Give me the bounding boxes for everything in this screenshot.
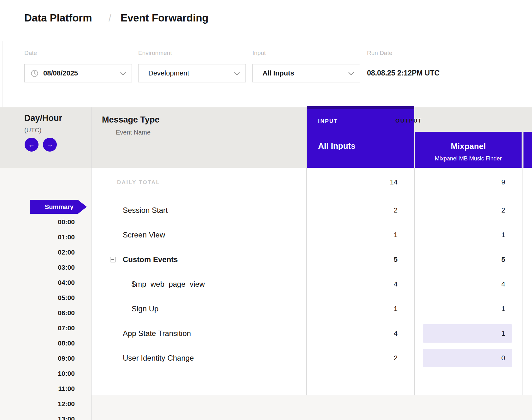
hour-item[interactable]: 06:00 [0, 309, 75, 317]
utc-label: (UTC) [24, 127, 41, 134]
date-filter-value: 08/08/2025 [43, 69, 78, 77]
breadcrumb-bar: Data Platform / Event Forwarding [0, 0, 532, 41]
event-rows: Session Start22Screen View11Custom Event… [0, 198, 532, 370]
collapse-minus-icon[interactable] [110, 257, 116, 262]
input-count-cell: 2 [307, 346, 398, 370]
output-count-cell: 2 [415, 198, 505, 223]
input-column-accent-strip [307, 106, 414, 109]
row-label: $mp_web_page_view [132, 272, 205, 297]
hour-item[interactable]: 07:00 [0, 324, 75, 333]
footer-band [92, 395, 532, 420]
hour-item[interactable]: 09:00 [0, 354, 75, 363]
environment-filter-label: Environment [138, 50, 172, 57]
daily-total-label: DAILY TOTAL [117, 179, 160, 186]
output-count-cell: 5 [415, 247, 505, 272]
output-count-cell: 0 [415, 346, 505, 370]
row-label: App State Transition [123, 321, 191, 346]
prev-day-button[interactable]: ← [25, 138, 38, 152]
hour-item[interactable]: 12:00 [0, 399, 75, 408]
run-date-value: 08.08.25 2:12PM UTC [367, 69, 440, 77]
table-row: Custom Events55 [0, 247, 532, 272]
summary-badge[interactable]: Summary [30, 200, 78, 214]
breadcrumb-separator: / [109, 13, 111, 24]
mixpanel-column-title: Mixpanel [415, 141, 522, 151]
row-label: Screen View [123, 223, 165, 247]
table-row: Sign Up11 [0, 297, 532, 321]
table-row: Screen View11 [0, 223, 532, 247]
arrow-right-icon: → [47, 141, 53, 148]
all-inputs-column-label: All Inputs [318, 141, 355, 151]
input-count-cell: 2 [307, 198, 398, 223]
hour-item[interactable]: 13:00 [0, 415, 75, 420]
output-count-cell: 1 [415, 321, 505, 346]
input-column-header[interactable]: INPUT All Inputs [307, 106, 414, 168]
row-label: Custom Events [123, 247, 178, 272]
chevron-down-icon [348, 72, 354, 75]
input-count-cell: 1 [307, 297, 398, 321]
chevron-down-icon [234, 72, 240, 75]
environment-filter-value: Development [148, 69, 189, 77]
output-section-label: OUTPUT [395, 118, 422, 124]
mixpanel-column-subtitle: Mixpanel MB Music Finder [415, 155, 522, 162]
breadcrumb-parent-link[interactable]: Data Platform [24, 12, 92, 24]
row-label: Session Start [123, 198, 168, 223]
event-name-subheader: Event Name [116, 129, 151, 136]
table-row: User Identity Change20 [0, 346, 532, 370]
input-count-cell: 4 [307, 321, 398, 346]
input-filter-value: All Inputs [263, 69, 294, 77]
hour-item[interactable]: 04:00 [0, 278, 75, 287]
input-count-cell: 5 [307, 247, 398, 272]
hour-item[interactable]: 02:00 [0, 248, 75, 257]
date-filter-select[interactable]: 08/08/2025 [24, 64, 132, 82]
page-title: Event Forwarding [121, 12, 209, 24]
run-date-label: Run Date [367, 50, 392, 57]
summary-badge-arrow[interactable] [78, 200, 87, 214]
mixpanel-column-header[interactable]: Mixpanel Mixpanel MB Music Finder [415, 132, 522, 168]
row-label: Sign Up [132, 297, 158, 321]
hour-item[interactable]: 01:00 [0, 233, 75, 242]
input-filter-select[interactable]: All Inputs [252, 64, 360, 82]
arrow-left-icon: ← [28, 141, 35, 148]
next-day-button[interactable]: → [43, 138, 57, 152]
output-count-cell: 1 [415, 223, 505, 247]
hour-item[interactable]: 11:00 [0, 384, 75, 393]
hour-item[interactable]: 00:00 [0, 218, 75, 226]
date-filter-label: Date [24, 50, 37, 57]
table-row: App State Transition41 [0, 321, 532, 346]
daily-total-input-value: 14 [307, 178, 398, 186]
row-label: User Identity Change [123, 346, 194, 370]
environment-filter-select[interactable]: Development [138, 64, 246, 82]
message-type-header: Message Type [102, 115, 160, 125]
clock-icon [31, 70, 38, 77]
hour-item[interactable]: 10:00 [0, 369, 75, 378]
event-forwarding-screen: Data Platform / Event Forwarding Date En… [0, 0, 532, 420]
output-count-cell: 1 [415, 297, 505, 321]
table-row: $mp_web_page_view44 [0, 272, 532, 297]
input-filter-label: Input [252, 50, 266, 57]
input-count-cell: 1 [307, 223, 398, 247]
input-count-cell: 4 [307, 272, 398, 297]
day-hour-header: Day/Hour [24, 113, 62, 123]
daily-total-output-value: 9 [415, 178, 505, 186]
output-count-cell: 4 [415, 272, 505, 297]
chevron-down-icon [120, 72, 126, 75]
partial-output-column[interactable] [523, 132, 532, 168]
input-section-label: INPUT [318, 118, 338, 124]
hour-item[interactable]: 03:00 [0, 263, 75, 272]
hour-item[interactable]: 08:00 [0, 339, 75, 348]
hour-item[interactable]: 05:00 [0, 293, 75, 302]
